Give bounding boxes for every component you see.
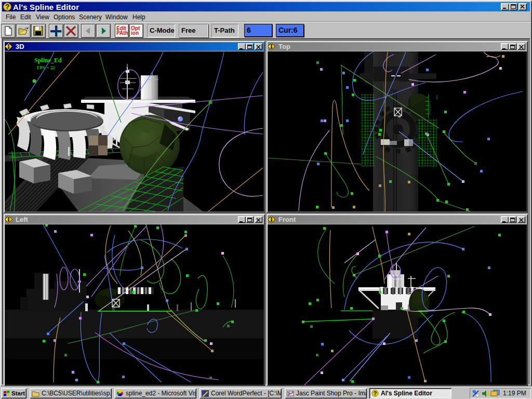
svg-text:?: ? (5, 3, 10, 11)
svg-text:FPS = 22: FPS = 22 (37, 65, 55, 70)
svg-text:?: ? (374, 390, 377, 396)
svg-text:Spline_Ed: Spline_Ed (34, 57, 62, 64)
